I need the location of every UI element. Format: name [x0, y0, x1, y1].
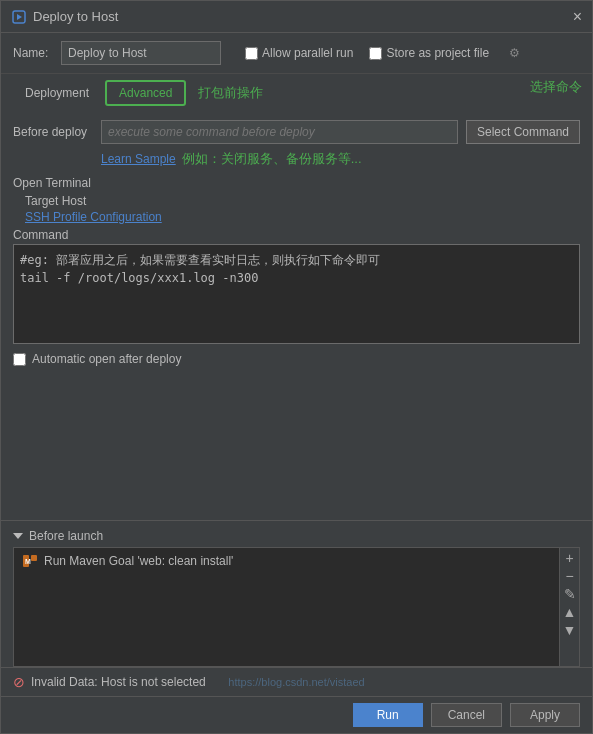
select-cmd-annotation: 选择命令: [530, 78, 582, 96]
dialog-title: Deploy to Host: [33, 9, 118, 24]
launch-sidebar: + − ✎ ▲ ▼: [559, 548, 579, 666]
launch-item: M Run Maven Goal 'web: clean install': [14, 548, 579, 574]
before-deploy-annotation: 例如：关闭服务、备份服务等...: [182, 150, 362, 168]
dialog-content: Name: Allow parallel run Store as projec…: [1, 33, 592, 733]
edit-launch-button[interactable]: ✎: [562, 586, 578, 602]
remove-launch-button[interactable]: −: [562, 568, 578, 584]
ssh-link[interactable]: SSH Profile Configuration: [13, 210, 580, 224]
allow-parallel-checkbox[interactable]: [245, 47, 258, 60]
svg-rect-3: [31, 555, 37, 561]
tab-deployment[interactable]: Deployment: [13, 82, 101, 104]
command-label: Command: [13, 224, 580, 244]
error-bar: ⊘ Invalid Data: Host is not selected: [1, 667, 592, 696]
name-row: Name: Allow parallel run Store as projec…: [1, 33, 592, 74]
allow-parallel-item: Allow parallel run: [245, 46, 353, 60]
close-button[interactable]: ×: [573, 9, 582, 25]
move-down-button[interactable]: ▼: [562, 622, 578, 638]
before-deploy-input[interactable]: [101, 120, 458, 144]
title-bar: Deploy to Host ×: [1, 1, 592, 33]
title-bar-left: Deploy to Host: [11, 9, 118, 25]
tab-annotation: 打包前操作: [198, 84, 263, 102]
error-icon: ⊘: [13, 674, 25, 690]
gear-icon[interactable]: ⚙: [509, 46, 520, 60]
name-input[interactable]: [61, 41, 221, 65]
name-label: Name:: [13, 46, 53, 60]
run-button[interactable]: Run: [353, 703, 423, 727]
svg-marker-1: [17, 14, 22, 20]
launch-item-label: Run Maven Goal 'web: clean install': [44, 554, 233, 568]
cancel-button[interactable]: Cancel: [431, 703, 502, 727]
store-project-label: Store as project file: [386, 46, 489, 60]
footer: Run Cancel Apply: [1, 696, 592, 733]
select-command-button[interactable]: Select Command: [466, 120, 580, 144]
tabs-row: Deployment Advanced 打包前操作 选择命令: [1, 74, 592, 112]
before-launch-header: Before launch: [13, 529, 580, 543]
store-project-item: Store as project file: [369, 46, 489, 60]
learn-sample-row: Learn Sample 例如：关闭服务、备份服务等...: [13, 148, 580, 170]
auto-open-row: Automatic open after deploy: [13, 344, 580, 374]
deploy-icon: [11, 9, 27, 25]
before-deploy-label: Before deploy: [13, 125, 93, 139]
command-textarea[interactable]: #eg: 部署应用之后，如果需要查看实时日志，则执行如下命令即可 tail -f…: [13, 244, 580, 344]
svg-text:M: M: [25, 558, 31, 565]
deploy-dialog: Deploy to Host × Name: Allow parallel ru…: [0, 0, 593, 734]
checkboxes: Allow parallel run Store as project file…: [245, 46, 520, 60]
store-project-checkbox[interactable]: [369, 47, 382, 60]
before-launch-label[interactable]: Before launch: [29, 529, 103, 543]
before-deploy-row: Before deploy Select Command: [13, 112, 580, 148]
maven-icon: M: [22, 554, 38, 568]
main-area: Before deploy Select Command Learn Sampl…: [1, 112, 592, 520]
allow-parallel-label: Allow parallel run: [262, 46, 353, 60]
launch-list: M Run Maven Goal 'web: clean install' + …: [13, 547, 580, 667]
target-host-label: Target Host: [13, 192, 580, 210]
auto-open-checkbox[interactable]: [13, 353, 26, 366]
tab-advanced[interactable]: Advanced: [105, 80, 186, 106]
auto-open-label: Automatic open after deploy: [32, 352, 181, 366]
open-terminal-label: Open Terminal: [13, 170, 580, 192]
collapse-triangle[interactable]: [13, 533, 23, 539]
apply-button[interactable]: Apply: [510, 703, 580, 727]
move-up-button[interactable]: ▲: [562, 604, 578, 620]
add-launch-button[interactable]: +: [562, 550, 578, 566]
before-launch-section: Before launch M Run Maven Goal 'web: cle…: [1, 520, 592, 667]
learn-sample-link[interactable]: Learn Sample: [101, 152, 176, 166]
error-text: Invalid Data: Host is not selected: [31, 675, 206, 689]
